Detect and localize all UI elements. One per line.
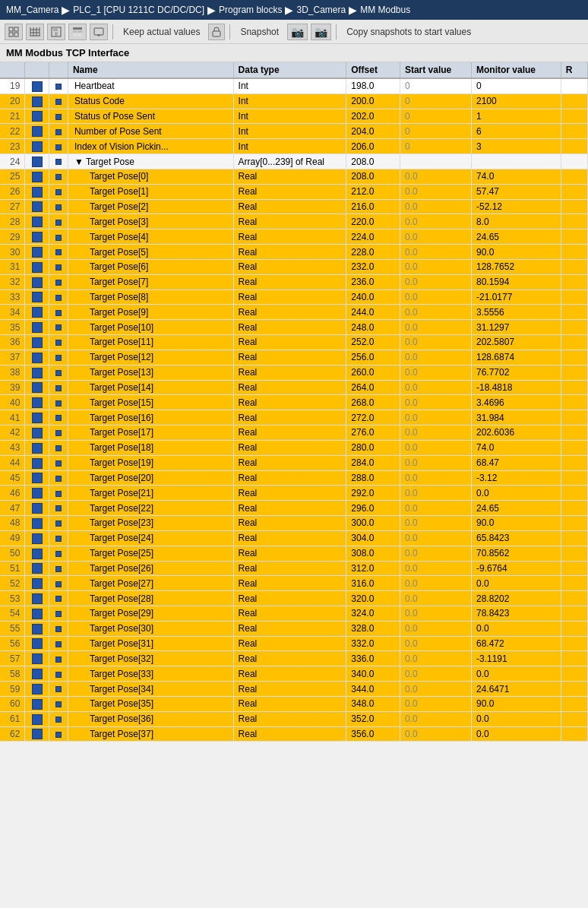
row-monitor-value: 24.6471 — [472, 682, 561, 697]
row-start-value: 0.0 — [400, 516, 471, 531]
row-monitor-value: 3.4696 — [472, 395, 561, 410]
row-monitor-value: -3.12 — [472, 470, 561, 486]
col-header-num — [0, 62, 25, 78]
table-row: 56Target Pose[31]Real332.00.068.472 — [0, 636, 588, 651]
row-extra — [561, 305, 587, 320]
row-icon1 — [25, 289, 49, 305]
row-dtype: Real — [233, 380, 346, 395]
row-monitor-value: 0.0 — [472, 576, 561, 591]
row-icon1 — [25, 501, 49, 516]
row-start-value: 0.0 — [400, 245, 471, 260]
row-extra — [561, 440, 587, 455]
row-monitor-value: 128.6874 — [472, 350, 561, 365]
row-start-value: 0.0 — [400, 486, 471, 501]
row-icon1 — [25, 426, 49, 441]
row-icon1 — [25, 561, 49, 576]
row-icon1 — [25, 199, 49, 214]
db-block-icon — [32, 292, 43, 302]
breadcrumb-mm-modbus: MM Modbus — [360, 5, 410, 15]
row-dtype: Real — [233, 621, 346, 636]
row-icon2 — [49, 636, 68, 651]
row-start-value: 0.0 — [400, 561, 471, 576]
row-dtype: Array[0...239] of Real — [233, 154, 346, 169]
table-row: 22Number of Pose SentInt204.006 — [0, 124, 588, 139]
row-monitor-value: 6 — [472, 124, 561, 139]
row-icon1 — [25, 229, 49, 245]
row-monitor-value: -3.1191 — [472, 651, 561, 666]
row-start-value: 0.0 — [400, 651, 471, 666]
db-block-icon — [32, 684, 43, 694]
toolbar-lock-button[interactable] — [208, 24, 225, 40]
row-offset: 308.0 — [346, 546, 400, 561]
breadcrumb: MM_Camera ▶ PLC_1 [CPU 1211C DC/DC/DC] ▶… — [0, 0, 588, 20]
row-extra — [561, 455, 587, 470]
toolbar-snapshot-blue-button[interactable]: 📷 — [311, 24, 331, 40]
dot-icon — [55, 566, 62, 572]
row-offset: 206.0 — [346, 139, 400, 154]
dot-icon — [55, 99, 62, 105]
breadcrumb-3d-camera[interactable]: 3D_Camera — [296, 5, 346, 15]
row-number: 23 — [0, 139, 25, 154]
db-block-icon — [32, 201, 43, 212]
row-name: Target Pose[14] — [68, 380, 233, 395]
breadcrumb-program-blocks[interactable]: Program blocks — [219, 5, 282, 15]
row-monitor-value: 74.0 — [472, 440, 561, 455]
dot-icon — [55, 249, 62, 255]
table-row: 42Target Pose[17]Real276.00.0202.6036 — [0, 426, 588, 441]
row-name: Target Pose[2] — [68, 199, 233, 214]
row-number: 29 — [0, 229, 25, 245]
row-offset: 328.0 — [346, 621, 400, 636]
table-row: 45Target Pose[20]Real288.00.0-3.12 — [0, 470, 588, 486]
row-number: 57 — [0, 651, 25, 666]
db-block-icon — [32, 397, 43, 408]
table-row: 59Target Pose[34]Real344.00.024.6471 — [0, 682, 588, 697]
toolbar-grid2-button[interactable] — [26, 24, 44, 40]
row-start-value: 0 — [400, 139, 471, 154]
row-number: 36 — [0, 335, 25, 350]
row-icon2 — [49, 726, 68, 742]
row-dtype: Int — [233, 139, 346, 154]
row-offset: 312.0 — [346, 561, 400, 576]
row-start-value: 0.0 — [400, 380, 471, 395]
table-row: 53Target Pose[28]Real320.00.028.8202 — [0, 591, 588, 606]
row-dtype: Real — [233, 666, 346, 682]
row-dtype: Real — [233, 274, 346, 289]
toolbar-table-button[interactable] — [68, 24, 87, 40]
row-monitor-value: 24.65 — [472, 501, 561, 516]
row-icon1 — [25, 320, 49, 335]
row-start-value: 0.0 — [400, 711, 471, 726]
toolbar-save-button[interactable] — [47, 24, 65, 40]
snapshot-button[interactable]: Snapshot — [235, 24, 284, 40]
toolbar-monitor-button[interactable] — [90, 24, 108, 40]
row-dtype: Real — [233, 169, 346, 184]
dot-icon — [55, 340, 62, 346]
svg-rect-18 — [77, 33, 82, 36]
data-table-wrapper[interactable]: Name Data type Offset Start value Monito… — [0, 62, 588, 742]
toolbar-snapshot-green-button[interactable]: 📷 — [287, 24, 308, 40]
keep-actual-values-button[interactable]: Keep actual values — [118, 24, 205, 40]
row-offset: 356.0 — [346, 726, 400, 742]
copy-snapshots-button[interactable]: Copy snapshots to start values — [341, 24, 476, 40]
row-number: 39 — [0, 380, 25, 395]
table-row: 51Target Pose[26]Real312.00.0-9.6764 — [0, 561, 588, 576]
row-icon2 — [49, 470, 68, 486]
row-icon2 — [49, 561, 68, 576]
breadcrumb-mm-camera[interactable]: MM_Camera — [6, 5, 58, 15]
row-monitor-value: -9.6764 — [472, 561, 561, 576]
db-block-icon — [32, 729, 43, 739]
breadcrumb-plc1[interactable]: PLC_1 [CPU 1211C DC/DC/DC] — [73, 5, 204, 15]
row-extra — [561, 561, 587, 576]
row-icon1 — [25, 651, 49, 666]
row-start-value — [400, 154, 471, 169]
dot-icon — [55, 84, 62, 90]
db-block-icon — [32, 172, 43, 182]
row-dtype: Real — [233, 455, 346, 470]
toolbar-grid1-button[interactable] — [5, 24, 23, 40]
row-number: 53 — [0, 591, 25, 606]
row-icon2 — [49, 621, 68, 636]
row-start-value: 0.0 — [400, 229, 471, 245]
row-offset: 332.0 — [346, 636, 400, 651]
row-monitor-value: -21.0177 — [472, 289, 561, 305]
row-monitor-value: 24.65 — [472, 229, 561, 245]
row-extra — [561, 501, 587, 516]
